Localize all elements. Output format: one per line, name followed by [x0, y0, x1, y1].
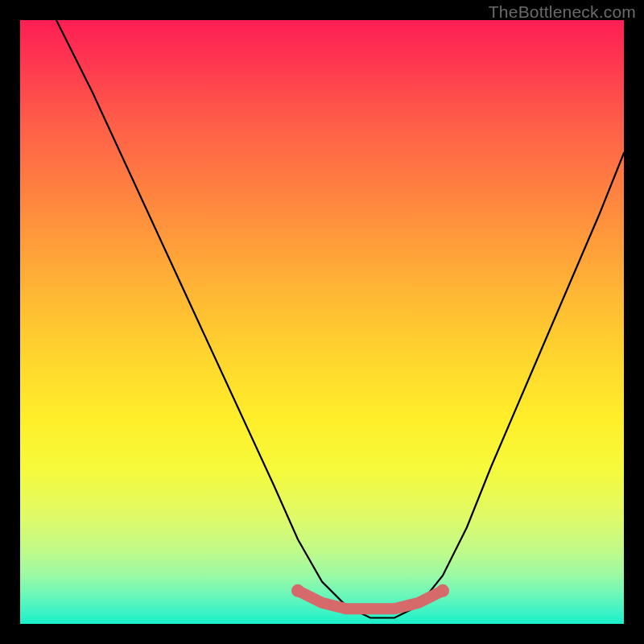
optimal-region-end-right — [436, 584, 449, 597]
bottleneck-curve-path — [20, 20, 624, 618]
plot-area — [20, 20, 624, 624]
optimal-region-path — [298, 591, 443, 609]
optimal-region-end-left — [291, 584, 304, 597]
watermark-text: TheBottleneck.com — [489, 2, 636, 22]
chart-svg — [20, 20, 624, 624]
chart-frame: TheBottleneck.com — [0, 0, 644, 644]
